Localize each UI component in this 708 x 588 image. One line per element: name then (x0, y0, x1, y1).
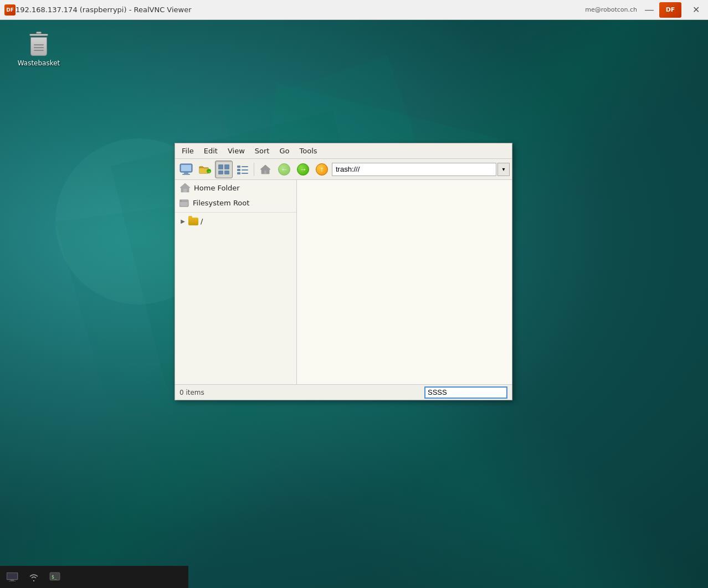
list-view-icon (236, 163, 249, 176)
svg-rect-6 (181, 165, 191, 171)
trash-line-1 (34, 44, 44, 45)
thumbnail-view-icon (217, 163, 230, 176)
back-btn-circle: ← (278, 163, 290, 176)
svg-rect-19 (237, 172, 240, 174)
taskbar-monitor-icon (7, 572, 19, 581)
titlebar: DF 192.168.137.174 (raspberrypi) - RealV… (0, 0, 708, 20)
vnc-logo-badge: DF (659, 2, 681, 18)
back-arrow: ← (281, 165, 288, 173)
item-count: 0 items (179, 389, 204, 396)
content-area: Home Folder Filesystem Root ▶ / (175, 180, 512, 384)
sidebar-home-label: Home Folder (194, 184, 240, 192)
svg-rect-22 (183, 189, 187, 192)
menu-file[interactable]: File (177, 146, 198, 156)
up-arrow: ↑ (320, 165, 324, 173)
forward-arrow: → (300, 165, 307, 173)
menu-edit[interactable]: Edit (199, 146, 222, 156)
svg-rect-16 (242, 166, 248, 167)
minimize-button[interactable]: — (642, 2, 657, 18)
taskbar-terminal-icon: $_ (49, 571, 60, 582)
menu-bar: File Edit View Sort Go Tools (175, 143, 512, 159)
svg-text:$_: $_ (52, 575, 57, 580)
trash-graphic (28, 32, 49, 56)
svg-rect-8 (182, 174, 190, 175)
home-folder-icon (179, 183, 191, 193)
svg-rect-18 (242, 169, 248, 171)
tree-expand-arrow[interactable]: ▶ (179, 218, 186, 225)
svg-rect-29 (9, 581, 16, 581)
status-bar: 0 items (175, 384, 512, 400)
svg-point-25 (181, 200, 182, 202)
sidebar-item-home-folder[interactable]: Home Folder (175, 180, 296, 195)
wastebasket-icon[interactable]: Wastebasket (17, 30, 61, 67)
vnc-icon: DF (4, 4, 16, 16)
filesystem-icon (179, 198, 189, 207)
svg-rect-11 (218, 164, 223, 169)
user-info: me@robotcon.ch (585, 6, 637, 13)
sidebar-divider (175, 212, 296, 213)
sidebar-tree-label: / (201, 217, 203, 225)
window-title: 192.168.137.174 (raspberrypi) - RealVNC … (16, 6, 585, 14)
svg-rect-28 (11, 580, 14, 581)
toolbar-home-button[interactable] (256, 161, 274, 178)
trash-lid (29, 34, 48, 36)
sidebar-tree-root[interactable]: ▶ / (175, 215, 296, 228)
trash-line-3 (34, 50, 44, 51)
svg-rect-27 (7, 573, 17, 579)
toolbar-view-thumbnails-button[interactable] (215, 161, 233, 178)
computer-icon (179, 163, 193, 176)
svg-rect-20 (242, 173, 248, 174)
menu-view[interactable]: View (223, 146, 249, 156)
toolbar-up-button[interactable]: ↑ (313, 161, 331, 178)
toolbar-view-list-button[interactable] (234, 161, 252, 178)
taskbar-item-3[interactable]: $_ (47, 569, 63, 585)
tree-folder-icon (188, 218, 198, 225)
home-icon (259, 163, 272, 176)
svg-rect-7 (184, 172, 188, 174)
svg-rect-14 (224, 171, 229, 174)
svg-rect-12 (224, 164, 229, 169)
toolbar-sep-1 (254, 163, 254, 176)
toolbar-folder-button[interactable]: → (196, 161, 214, 178)
menu-sort[interactable]: Sort (250, 146, 274, 156)
svg-text:→: → (207, 169, 211, 174)
toolbar-back-button[interactable]: ← (275, 161, 293, 178)
toolbar-forward-button[interactable]: → (294, 161, 312, 178)
taskbar-item-2[interactable] (25, 569, 42, 585)
main-panel[interactable] (297, 180, 512, 384)
up-btn-circle: ↑ (316, 163, 328, 176)
sidebar-filesystem-label: Filesystem Root (193, 199, 249, 207)
address-dropdown[interactable]: ▾ (497, 163, 510, 176)
wastebasket-image (25, 30, 52, 57)
folder-go-icon: → (198, 163, 212, 176)
menu-go[interactable]: Go (275, 146, 294, 156)
wastebasket-label: Wastebasket (18, 59, 60, 67)
svg-rect-13 (218, 171, 223, 174)
desktop: DF 192.168.137.174 (raspberrypi) - RealV… (0, 0, 708, 588)
sidebar: Home Folder Filesystem Root ▶ / (175, 180, 297, 384)
sidebar-item-filesystem-root[interactable]: Filesystem Root (175, 195, 296, 210)
toolbar: → (175, 159, 512, 180)
titlebar-controls: — DF ✕ (642, 2, 704, 18)
search-input[interactable] (424, 386, 507, 399)
forward-btn-circle: → (297, 163, 309, 176)
trash-body (30, 37, 47, 56)
taskbar: $_ (0, 566, 188, 588)
svg-rect-15 (237, 166, 240, 168)
address-input[interactable] (332, 163, 496, 176)
taskbar-item-1[interactable] (4, 569, 21, 585)
svg-rect-17 (237, 169, 240, 171)
address-bar: ▾ (332, 162, 510, 177)
taskbar-wifi-icon (28, 571, 39, 582)
trash-line-2 (34, 47, 44, 48)
close-button[interactable]: ✕ (688, 2, 704, 18)
toolbar-computer-button[interactable] (177, 161, 195, 178)
file-manager-window: File Edit View Sort Go Tools (175, 143, 512, 400)
menu-tools[interactable]: Tools (295, 146, 322, 156)
